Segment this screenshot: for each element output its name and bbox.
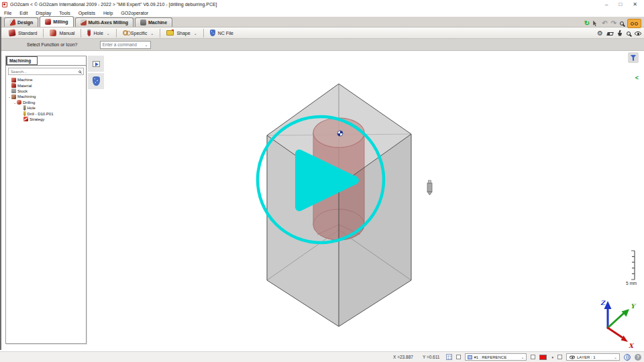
tree-item-drilling[interactable]: ⌄ Drilling bbox=[6, 100, 86, 105]
window-controls: – □ ✕ bbox=[605, 1, 644, 7]
menu-display[interactable]: Display bbox=[32, 11, 55, 15]
tree-item-hole[interactable]: Hole bbox=[6, 105, 86, 111]
axis-z-label: Z bbox=[600, 300, 606, 306]
machining-panel-body: Machine Material Stock ⌄ Machining bbox=[6, 65, 86, 343]
menu-file[interactable]: File bbox=[0, 11, 15, 15]
machining-node-icon bbox=[11, 95, 16, 99]
status-bar: X =23.887 Y =0.611 #1 : REFERENCE ⌄ ▾ LA… bbox=[0, 351, 644, 362]
chevron-down-icon[interactable]: ⌄ bbox=[614, 355, 617, 359]
grid-icon[interactable] bbox=[446, 354, 452, 360]
color-checkbox[interactable] bbox=[557, 355, 562, 359]
restore-button[interactable]: □ bbox=[619, 1, 622, 7]
tab-milling[interactable]: Milling bbox=[40, 16, 73, 27]
standard-button[interactable]: Standard bbox=[3, 28, 43, 38]
sidebar-collapse-control[interactable]: < bbox=[635, 75, 639, 81]
tree-item-machine[interactable]: Machine bbox=[6, 77, 86, 82]
remove-toolpath-icon[interactable]: ⚙ bbox=[597, 30, 603, 37]
view-toolbar-row1: ↻ ↶ ↷ bbox=[584, 19, 641, 28]
nc-shield-icon bbox=[210, 29, 215, 36]
menu-tools[interactable]: Tools bbox=[55, 11, 74, 15]
viewport-3d[interactable]: 5 mm Z Y X bbox=[0, 51, 644, 351]
hole-button[interactable]: Hole ⌄ bbox=[81, 28, 115, 38]
layer-select[interactable]: LAYER : 1 ⌄ bbox=[566, 353, 620, 361]
chevron-down-icon[interactable]: ⌄ bbox=[144, 42, 148, 47]
coordinate-system-icon[interactable] bbox=[624, 354, 631, 361]
view-glasses-button[interactable] bbox=[627, 19, 641, 28]
tab-design-label: Design bbox=[17, 20, 33, 25]
command-prompt-label: Select Function or Icon? bbox=[27, 42, 78, 47]
close-button[interactable]: ✕ bbox=[633, 1, 637, 7]
layer-eye-icon bbox=[570, 355, 575, 359]
tree-item-machining[interactable]: ⌄ Machining bbox=[6, 94, 86, 99]
menu-go2operator[interactable]: GO2operator bbox=[117, 11, 152, 15]
glasses-icon bbox=[631, 22, 634, 25]
milling-toolbar: Standard Manual Hole ⌄ Specific ⌄ Shape … bbox=[0, 27, 644, 39]
tree-search-box[interactable] bbox=[8, 68, 84, 75]
chevron-down-icon[interactable]: ⌄ bbox=[194, 31, 197, 36]
machining-panel-tab[interactable]: Machining bbox=[6, 56, 38, 65]
eraser-icon[interactable] bbox=[606, 32, 614, 36]
selection-tool-icon[interactable] bbox=[593, 21, 598, 27]
redo-icon[interactable]: ↷ bbox=[611, 20, 616, 27]
specific-button[interactable]: Specific ⌄ bbox=[117, 28, 160, 38]
menu-help[interactable]: Help bbox=[99, 11, 117, 15]
simulation-button[interactable] bbox=[88, 56, 104, 72]
tree-label: Strategy bbox=[30, 117, 44, 121]
refresh-icon[interactable]: ↻ bbox=[584, 20, 590, 27]
chevron-left-icon[interactable]: < bbox=[635, 75, 639, 81]
reference-checkbox[interactable] bbox=[531, 355, 535, 359]
shape-button[interactable]: Shape ⌄ bbox=[160, 28, 203, 38]
search-icon bbox=[78, 70, 81, 73]
filter-funnel-icon bbox=[631, 55, 637, 61]
stock-node-icon bbox=[11, 88, 16, 93]
nc-program-button[interactable] bbox=[88, 73, 104, 89]
minimize-button[interactable]: – bbox=[605, 1, 608, 7]
tab-design[interactable]: Design bbox=[4, 17, 38, 27]
standard-label: Standard bbox=[18, 31, 37, 36]
shape-icon bbox=[166, 30, 174, 36]
menu-opelists[interactable]: Opelists bbox=[74, 11, 99, 15]
axes-triad: Z Y X bbox=[600, 300, 637, 349]
shape-label: Shape bbox=[176, 31, 190, 36]
strategy-node-icon bbox=[23, 117, 28, 121]
command-input[interactable] bbox=[103, 42, 143, 47]
drilling-node-icon bbox=[17, 100, 21, 105]
hole-drill-icon bbox=[87, 29, 91, 37]
reference-icon bbox=[468, 355, 472, 359]
chevron-down-icon[interactable]: ⌄ bbox=[521, 355, 524, 359]
reference-select[interactable]: #1 : REFERENCE ⌄ bbox=[465, 353, 527, 361]
tab-machine[interactable]: Machine bbox=[135, 17, 172, 27]
menubar: File Edit Display Tools Opelists Help GO… bbox=[0, 9, 644, 17]
tab-multi-axes-milling[interactable]: Multi-Axes Milling bbox=[75, 17, 134, 27]
nc-file-label: NC File bbox=[218, 31, 233, 36]
visibility-eye-icon[interactable] bbox=[635, 32, 641, 36]
color-swatch[interactable] bbox=[539, 355, 547, 360]
search-input[interactable] bbox=[11, 70, 78, 74]
chevron-down-icon[interactable]: ⌄ bbox=[150, 31, 154, 36]
menu-edit[interactable]: Edit bbox=[15, 11, 32, 15]
hole-node-icon bbox=[23, 105, 26, 111]
tree-item-stock[interactable]: Stock bbox=[6, 88, 86, 94]
manual-button[interactable]: Manual bbox=[44, 28, 80, 38]
chevron-down-icon[interactable]: ⌄ bbox=[107, 31, 110, 36]
tree-item-drill-tool[interactable]: Drill - D10.P01 bbox=[6, 111, 86, 116]
tree-item-material[interactable]: Material bbox=[6, 82, 86, 88]
help-icon[interactable]: ? bbox=[635, 354, 641, 361]
scale-label: 5 mm bbox=[626, 281, 637, 286]
grid-checkbox[interactable] bbox=[456, 355, 461, 359]
nc-file-button[interactable]: NC File bbox=[204, 28, 239, 38]
tool-bin-icon[interactable] bbox=[617, 32, 623, 36]
undo-icon[interactable]: ↶ bbox=[602, 20, 607, 27]
filter-button[interactable] bbox=[628, 52, 639, 63]
axis-y-label: Y bbox=[631, 303, 637, 310]
zoom-icon[interactable] bbox=[620, 21, 624, 25]
tree-item-strategy[interactable]: Strategy bbox=[6, 117, 86, 122]
tree-label: Machining bbox=[17, 95, 36, 99]
command-combobox[interactable]: ⌄ bbox=[100, 41, 151, 49]
nc-shield-icon bbox=[93, 76, 100, 86]
material-node-icon bbox=[11, 83, 16, 88]
go2cam-window: GO2cam < © GO2cam International 2009 - 2… bbox=[0, 0, 644, 362]
color-dropdown-icon[interactable]: ▾ bbox=[551, 355, 553, 359]
pencil-icon bbox=[9, 19, 15, 25]
zoom-window-icon[interactable] bbox=[627, 32, 631, 36]
